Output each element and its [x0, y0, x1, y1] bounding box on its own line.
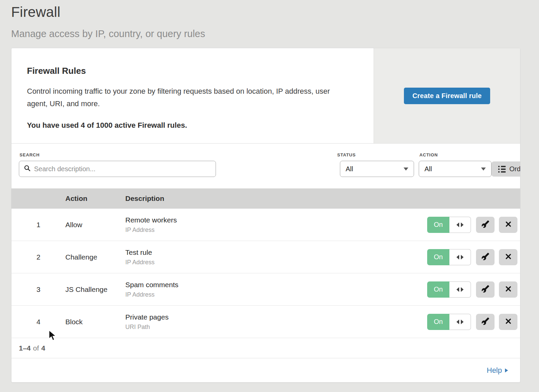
- rule-match-type: URI Path: [125, 324, 427, 331]
- status-filter-group: STATUS All: [337, 152, 414, 177]
- page-subtitle: Manage access by IP, country, or query r…: [11, 28, 539, 39]
- rule-action: Block: [65, 318, 125, 326]
- section-heading: Firewall Rules: [27, 66, 353, 76]
- rule-enabled-toggle[interactable]: On: [427, 314, 471, 330]
- firewall-rules-card: Firewall Rules Control incoming traffic …: [11, 48, 520, 383]
- edit-rule-button[interactable]: [476, 314, 495, 330]
- rule-controls: On: [427, 314, 520, 330]
- edit-rule-button[interactable]: [476, 281, 495, 298]
- ordering-button-label: Ordering: [509, 165, 520, 173]
- x-icon: [505, 285, 512, 294]
- rule-controls: On: [427, 217, 520, 233]
- search-input-wrapper: [19, 161, 216, 177]
- filters-bar: SEARCH STATUS All ACTION: [11, 144, 520, 188]
- description-column-header: Description: [125, 194, 520, 203]
- delete-rule-button[interactable]: [499, 314, 517, 330]
- rule-enabled-toggle[interactable]: On: [427, 217, 471, 233]
- help-bar: Help: [11, 358, 520, 382]
- table-header: Action Description: [11, 188, 520, 209]
- rule-description-cell: Remote workers IP Address: [125, 216, 427, 234]
- rule-description-cell: Test rule IP Address: [125, 248, 427, 266]
- rule-controls: On: [427, 249, 520, 265]
- delete-rule-button[interactable]: [499, 281, 517, 298]
- triangle-right-icon: [505, 368, 508, 372]
- x-icon: [505, 220, 512, 229]
- toggle-arrows-icon[interactable]: [449, 217, 471, 233]
- rule-controls: On: [427, 281, 520, 298]
- rule-action: JS Challenge: [65, 285, 125, 294]
- delete-rule-button[interactable]: [499, 249, 517, 265]
- toggle-on-label[interactable]: On: [427, 281, 449, 298]
- rule-description: Spam comments: [125, 281, 427, 289]
- delete-rule-button[interactable]: [499, 217, 517, 233]
- rule-match-type: IP Address: [125, 291, 427, 298]
- toggle-on-label[interactable]: On: [427, 314, 449, 330]
- edit-rule-button[interactable]: [476, 249, 495, 265]
- rule-description: Private pages: [125, 313, 427, 321]
- pagination-bar: 1–4 of 4: [11, 338, 520, 358]
- search-label: SEARCH: [20, 152, 216, 157]
- ordering-button[interactable]: Ordering: [492, 161, 520, 177]
- table-row: 3 JS Challenge Spam comments IP Address …: [11, 273, 520, 306]
- pagination-total: 4: [41, 344, 45, 352]
- rule-description: Test rule: [125, 248, 427, 257]
- create-firewall-rule-button[interactable]: Create a Firewall rule: [404, 88, 490, 104]
- edit-rule-button[interactable]: [476, 217, 495, 233]
- rule-priority: 3: [11, 285, 65, 294]
- toggle-on-label[interactable]: On: [427, 217, 449, 233]
- rule-description: Remote workers: [125, 216, 427, 224]
- rule-description-cell: Private pages URI Path: [125, 313, 427, 331]
- rule-priority: 2: [11, 253, 65, 261]
- ordered-list-icon: [498, 166, 506, 173]
- chevron-down-icon: [481, 168, 486, 171]
- status-label: STATUS: [337, 152, 414, 157]
- usage-summary: You have used 4 of 1000 active Firewall …: [27, 121, 353, 130]
- action-select[interactable]: All: [419, 161, 492, 177]
- wrench-icon: [481, 252, 489, 262]
- wrench-icon: [481, 317, 489, 326]
- rule-action: Allow: [65, 221, 125, 229]
- rule-enabled-toggle[interactable]: On: [427, 249, 471, 265]
- table-row: 2 Challenge Test rule IP Address On: [11, 241, 520, 273]
- search-icon: [24, 165, 31, 173]
- wrench-icon: [481, 285, 489, 294]
- wrench-icon: [481, 220, 489, 229]
- x-icon: [505, 318, 512, 326]
- status-selected-value: All: [346, 165, 353, 173]
- x-icon: [505, 253, 512, 261]
- help-link-label: Help: [487, 366, 502, 375]
- rule-priority: 4: [11, 318, 65, 326]
- rule-enabled-toggle[interactable]: On: [427, 281, 471, 298]
- rule-action: Challenge: [65, 253, 125, 261]
- table-row: 4 Block Private pages URI Path On: [11, 306, 520, 338]
- firewall-page: Firewall Manage access by IP, country, o…: [0, 0, 539, 39]
- help-link[interactable]: Help: [487, 366, 508, 375]
- search-filter-group: SEARCH: [19, 152, 216, 177]
- status-select[interactable]: All: [340, 161, 414, 177]
- toggle-arrows-icon[interactable]: [449, 249, 471, 265]
- action-column-header: Action: [65, 194, 125, 203]
- rule-match-type: IP Address: [125, 259, 427, 266]
- action-selected-value: All: [424, 165, 432, 173]
- pagination-range: 1–4: [19, 344, 31, 352]
- toggle-arrows-icon[interactable]: [449, 314, 471, 330]
- intro-section: Firewall Rules Control incoming traffic …: [11, 48, 520, 144]
- page-header: Firewall Manage access by IP, country, o…: [0, 3, 539, 39]
- rule-description-cell: Spam comments IP Address: [125, 281, 427, 298]
- toggle-on-label[interactable]: On: [427, 249, 449, 265]
- table-row: 1 Allow Remote workers IP Address On: [11, 209, 520, 241]
- rule-match-type: IP Address: [125, 227, 427, 234]
- chevron-down-icon: [404, 168, 408, 171]
- action-label: ACTION: [419, 152, 492, 157]
- toggle-arrows-icon[interactable]: [449, 281, 471, 298]
- action-filter-group: ACTION All: [419, 152, 492, 177]
- intro-text-block: Firewall Rules Control incoming traffic …: [11, 48, 374, 143]
- create-rule-panel: Create a Firewall rule: [374, 48, 520, 143]
- section-description: Control incoming traffic to your zone by…: [27, 85, 350, 110]
- search-input[interactable]: [34, 165, 211, 173]
- pagination-of-label: of: [33, 344, 39, 352]
- rule-priority: 1: [11, 221, 65, 229]
- page-title: Firewall: [11, 4, 539, 20]
